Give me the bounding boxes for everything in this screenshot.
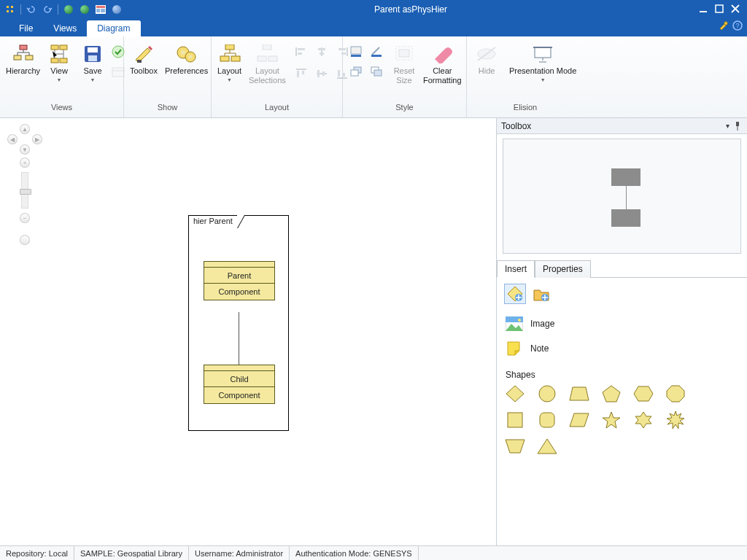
qat-info-icon[interactable] bbox=[111, 4, 123, 15]
toolbox-dropdown-icon[interactable]: ▾ bbox=[722, 121, 732, 131]
shape-triangle[interactable] bbox=[536, 437, 558, 456]
hierarchy-button[interactable]: Hierarchy bbox=[6, 41, 40, 76]
minimize-button[interactable] bbox=[699, 4, 709, 15]
layout-button[interactable]: Layout ▼ bbox=[217, 41, 241, 82]
align-center-h-icon[interactable] bbox=[314, 44, 330, 60]
hide-button[interactable]: Hide bbox=[473, 41, 500, 76]
svg-marker-104 bbox=[506, 440, 525, 453]
image-icon bbox=[506, 316, 523, 332]
svg-point-12 bbox=[724, 22, 727, 25]
align-middle-icon[interactable] bbox=[314, 66, 330, 82]
qat-orb-2[interactable] bbox=[79, 4, 90, 15]
svg-marker-95 bbox=[603, 386, 620, 402]
shape-square[interactable] bbox=[504, 411, 526, 429]
align-top-icon[interactable] bbox=[293, 66, 309, 82]
tab-insert[interactable]: Insert bbox=[497, 260, 535, 278]
save-other-icon[interactable] bbox=[110, 64, 126, 80]
svg-rect-64 bbox=[322, 71, 325, 76]
svg-rect-3 bbox=[11, 10, 13, 12]
zoom-in-button[interactable]: + bbox=[20, 158, 30, 168]
ribbon-group-views: Hierarchy View ▼ Save ▼ bbox=[0, 36, 124, 117]
shape-octagon[interactable] bbox=[665, 384, 686, 403]
svg-marker-96 bbox=[634, 386, 653, 401]
shape-hexagon[interactable] bbox=[632, 384, 654, 403]
shape-rounded-square[interactable] bbox=[536, 411, 558, 429]
pin-icon[interactable] bbox=[732, 121, 743, 131]
diagram-node-parent[interactable]: Parent Component bbox=[204, 261, 275, 300]
svg-rect-74 bbox=[374, 70, 382, 76]
bring-front-icon[interactable] bbox=[349, 64, 365, 80]
svg-marker-92 bbox=[506, 386, 524, 402]
shape-star6[interactable] bbox=[632, 411, 654, 429]
preferences-button[interactable]: Preferences bbox=[165, 41, 208, 76]
clear-formatting-button[interactable]: Clear Formatting bbox=[423, 41, 462, 85]
svg-marker-100 bbox=[570, 413, 589, 427]
send-back-icon[interactable] bbox=[369, 64, 385, 80]
pan-down-button[interactable]: ▼ bbox=[20, 144, 30, 155]
maximize-button[interactable] bbox=[715, 4, 725, 15]
save-button[interactable]: Save ▼ bbox=[78, 41, 107, 82]
insert-image-item[interactable]: Image bbox=[504, 311, 740, 336]
fill-color-icon[interactable] bbox=[349, 44, 365, 60]
tab-properties[interactable]: Properties bbox=[535, 260, 591, 278]
svg-rect-30 bbox=[88, 47, 98, 52]
undo-button[interactable] bbox=[26, 4, 37, 15]
reset-size-button[interactable]: Reset Size bbox=[392, 41, 416, 85]
shape-trapezoid-down[interactable] bbox=[504, 437, 526, 456]
pan-left-button[interactable]: ◀ bbox=[7, 134, 18, 144]
svg-rect-55 bbox=[320, 52, 324, 55]
tab-views[interactable]: Views bbox=[43, 20, 87, 36]
diagram-connector[interactable] bbox=[239, 312, 239, 367]
tab-file[interactable]: File bbox=[9, 20, 43, 36]
layout-selections-button[interactable]: Layout Selections bbox=[249, 41, 286, 85]
svg-marker-97 bbox=[667, 386, 684, 402]
svg-rect-51 bbox=[298, 48, 305, 50]
pan-right-button[interactable]: ▶ bbox=[32, 134, 42, 144]
insert-note-label: Note bbox=[530, 343, 549, 354]
chevron-down-icon: ▼ bbox=[227, 76, 232, 82]
node-name: Child bbox=[204, 371, 274, 387]
note-icon bbox=[506, 341, 523, 357]
svg-point-39 bbox=[188, 55, 192, 59]
ribbon-group-show: Toolbox Preferences Show bbox=[124, 36, 212, 117]
shape-circle[interactable] bbox=[536, 384, 558, 403]
insert-note-item[interactable]: Note bbox=[504, 336, 740, 361]
presentation-mode-button[interactable]: Presentation Mode ▼ bbox=[508, 41, 578, 82]
qat-orb-1[interactable] bbox=[63, 4, 74, 15]
toolbox-button[interactable]: Toolbox bbox=[130, 41, 158, 76]
align-left-icon[interactable] bbox=[293, 44, 309, 60]
shape-trapezoid-up[interactable] bbox=[568, 384, 590, 403]
diagram-node-child[interactable]: Child Component bbox=[204, 365, 275, 404]
zoom-reset-button[interactable] bbox=[20, 235, 30, 245]
shape-parallelogram[interactable] bbox=[568, 411, 590, 429]
diagram-frame-label: hier Parent bbox=[188, 215, 238, 228]
svg-rect-16 bbox=[14, 55, 21, 60]
tab-diagram[interactable]: Diagram bbox=[87, 20, 140, 36]
close-button[interactable] bbox=[731, 4, 741, 15]
diagram-canvas[interactable]: ▲ ◀ ▶ ▼ + − hier Parent Parent Component… bbox=[0, 118, 496, 545]
toolbox-overview[interactable] bbox=[503, 139, 741, 254]
help-icon[interactable]: ? bbox=[732, 20, 743, 31]
zoom-out-button[interactable]: − bbox=[20, 213, 30, 223]
svg-rect-1 bbox=[11, 6, 13, 8]
ribbon-group-style: Reset Size Clear Formatting Style bbox=[343, 36, 467, 117]
svg-rect-9 bbox=[716, 5, 723, 12]
shape-burst[interactable] bbox=[665, 411, 686, 429]
shape-pentagon[interactable] bbox=[600, 384, 622, 403]
zoom-slider[interactable] bbox=[21, 172, 28, 209]
diagram-frame[interactable]: hier Parent Parent Component Child Compo… bbox=[188, 215, 289, 431]
svg-rect-48 bbox=[258, 56, 266, 61]
shape-diamond[interactable] bbox=[504, 384, 526, 403]
line-color-icon[interactable] bbox=[369, 44, 385, 60]
pan-up-button[interactable]: ▲ bbox=[20, 124, 30, 134]
insert-mode-folder-icon[interactable] bbox=[530, 284, 552, 304]
status-auth: Authentication Mode: GENESYS bbox=[290, 546, 419, 560]
shape-star5[interactable] bbox=[600, 411, 622, 429]
svg-rect-54 bbox=[318, 48, 325, 50]
view-button[interactable]: View ▼ bbox=[47, 41, 71, 82]
qat-tile-icon[interactable] bbox=[95, 4, 107, 15]
redo-button[interactable] bbox=[42, 4, 53, 15]
insert-mode-component-icon[interactable] bbox=[504, 284, 526, 304]
svg-rect-24 bbox=[51, 58, 58, 63]
tools-icon[interactable] bbox=[718, 20, 728, 31]
